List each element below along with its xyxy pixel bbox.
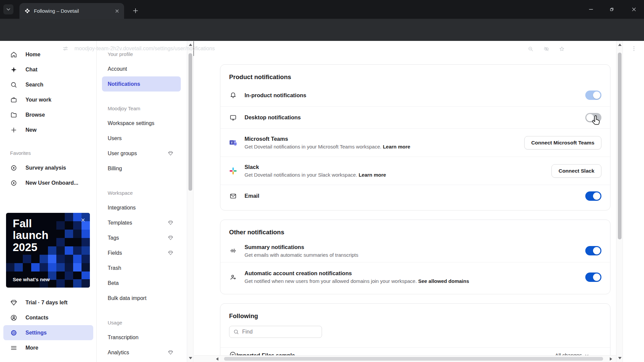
sidebar-item-label: Trial · 7 days left bbox=[25, 300, 67, 306]
sidebar-item-more[interactable]: More bbox=[0, 340, 97, 355]
url-text[interactable]: moodjoy-team-2h2v.dovetail.com/settings/… bbox=[74, 41, 215, 56]
minimize-button[interactable] bbox=[583, 4, 599, 15]
auto-account-creation-toggle[interactable] bbox=[585, 273, 601, 282]
new-tab-icon bbox=[132, 7, 139, 14]
sidebar-item-settings[interactable]: Settings bbox=[3, 325, 93, 340]
nav-item-notifications[interactable]: Notifications bbox=[102, 76, 181, 92]
nav-group-label: Moodjoy Team bbox=[97, 101, 187, 116]
nav-item-templates[interactable]: Templates bbox=[102, 215, 181, 230]
site-settings-button[interactable] bbox=[61, 44, 70, 53]
bell-icon bbox=[229, 92, 237, 99]
user-add-icon bbox=[229, 274, 237, 281]
scroll-down-arrow[interactable] bbox=[618, 357, 622, 359]
followed-project-row[interactable]: Imported Files sample All changes bbox=[220, 348, 610, 355]
sidebar-item-your-work[interactable]: Your work bbox=[0, 92, 96, 107]
row-title: Microsoft Teams bbox=[245, 136, 410, 142]
window-close-button[interactable] bbox=[626, 4, 642, 15]
sidebar-item-label: More bbox=[25, 345, 38, 351]
home-icon bbox=[10, 51, 17, 58]
scrollbar-thumb[interactable] bbox=[189, 53, 192, 191]
nav-item-trash[interactable]: Trash bbox=[102, 260, 181, 276]
all-changes-filter[interactable]: All changes bbox=[555, 351, 589, 355]
product-notifications-card: Product notifications In-product notific… bbox=[220, 64, 610, 210]
nav-item-beta[interactable]: Beta bbox=[102, 276, 181, 291]
sidebar-item-search[interactable]: Search bbox=[0, 77, 96, 92]
gem-icon bbox=[168, 150, 173, 156]
find-icon bbox=[233, 329, 239, 335]
learn-more-link[interactable]: Learn more bbox=[383, 144, 410, 149]
scroll-down-arrow[interactable] bbox=[189, 357, 192, 359]
browser-tab[interactable]: Following – Dovetail bbox=[19, 3, 124, 19]
promo-close-icon bbox=[80, 218, 86, 223]
email-notifications-toggle[interactable] bbox=[585, 191, 601, 201]
connect-microsoft-teams-button[interactable]: Connect Microsoft Teams bbox=[524, 136, 601, 149]
settings-nav-scrollbar[interactable] bbox=[187, 41, 194, 362]
row-title: Desktop notifications bbox=[245, 114, 301, 121]
sidebar-item-label: Settings bbox=[25, 330, 47, 336]
see-allowed-domains-link[interactable]: See allowed domains bbox=[418, 278, 469, 284]
nav-item-users[interactable]: Users bbox=[102, 131, 181, 146]
row-title: Automatic account creation notifications bbox=[245, 270, 469, 277]
restore-button[interactable] bbox=[604, 4, 620, 15]
sidebar-item-trial[interactable]: Trial · 7 days left bbox=[0, 295, 97, 310]
sidebar-item-chat[interactable]: Chat bbox=[0, 62, 96, 77]
search-icon bbox=[10, 81, 17, 88]
scroll-up-arrow[interactable] bbox=[618, 44, 622, 46]
sidebar-favorite-survey-analysis[interactable]: Survey analysis bbox=[0, 160, 96, 175]
learn-more-link[interactable]: Learn more bbox=[359, 172, 386, 178]
tab-list-chevron-button[interactable] bbox=[3, 4, 13, 14]
fall-launch-promo-card[interactable]: Fall launch 2025 See what's new bbox=[6, 213, 90, 288]
row-slack: Slack Get Dovetail notifications in your… bbox=[220, 157, 610, 185]
nav-item-transcription[interactable]: Transcription bbox=[102, 330, 181, 345]
promo-cta-link[interactable]: See what's new bbox=[13, 277, 50, 282]
sidebar-footer: Trial · 7 days left Contacts Settings Mo… bbox=[0, 295, 97, 355]
in-product-notifications-toggle[interactable] bbox=[585, 90, 601, 100]
row-desktop-notifications: Desktop notifications bbox=[220, 106, 610, 128]
promo-close-button[interactable] bbox=[79, 216, 87, 224]
nav-item-analytics[interactable]: Analytics bbox=[102, 345, 181, 360]
scroll-right-arrow[interactable] bbox=[610, 357, 612, 361]
row-auto-account-creation: Automatic account creation notifications… bbox=[220, 262, 610, 292]
nav-item-integrations[interactable]: Integrations bbox=[102, 200, 181, 215]
new-tab-button[interactable] bbox=[130, 5, 141, 16]
summary-notifications-toggle[interactable] bbox=[585, 246, 601, 255]
scrollbar-thumb[interactable] bbox=[224, 357, 603, 361]
zoom-button[interactable] bbox=[526, 44, 535, 54]
nav-item-label: Templates bbox=[108, 220, 132, 226]
menu-kebab-icon bbox=[631, 45, 637, 52]
nav-item-tags[interactable]: Tags bbox=[102, 230, 181, 245]
scrollbar-thumb[interactable] bbox=[618, 53, 622, 239]
row-description: Get Dovetail notifications in your Micro… bbox=[245, 144, 410, 149]
bookmark-button[interactable] bbox=[557, 44, 567, 54]
main-scrollbar[interactable] bbox=[616, 41, 623, 362]
nav-item-bulk-data-import[interactable]: Bulk data import bbox=[102, 291, 181, 306]
new-plus-icon bbox=[10, 126, 17, 134]
nav-item-workspace-settings[interactable]: Workspace settings bbox=[102, 116, 181, 131]
find-field[interactable] bbox=[229, 326, 322, 338]
nav-item-fields[interactable]: Fields bbox=[102, 245, 181, 260]
nav-item-account[interactable]: Account bbox=[102, 61, 181, 76]
promo-title: Fall launch 2025 bbox=[13, 218, 48, 253]
waveform-icon bbox=[229, 247, 237, 254]
sidebar-item-new[interactable]: New bbox=[0, 122, 96, 137]
row-microsoft-teams: T Microsoft Teams Get Dovetail notificat… bbox=[220, 128, 610, 157]
row-summary-notifications: Summary notifications Get emails with au… bbox=[220, 239, 610, 262]
row-title: In-product notifications bbox=[245, 92, 306, 99]
nav-item-user-groups[interactable]: User groups bbox=[102, 146, 181, 161]
contacts-icon bbox=[10, 314, 17, 321]
sidebar-item-contacts[interactable]: Contacts bbox=[0, 310, 97, 325]
row-description: Get emails with automatic summaries of t… bbox=[245, 252, 358, 258]
scroll-left-arrow[interactable] bbox=[216, 357, 218, 361]
password-eye-button[interactable] bbox=[542, 44, 551, 54]
horizontal-scrollbar[interactable] bbox=[194, 355, 616, 362]
tab-close-icon[interactable] bbox=[114, 8, 120, 14]
find-input[interactable] bbox=[242, 329, 318, 335]
browser-menu-button[interactable] bbox=[629, 44, 639, 53]
sidebar-item-browse[interactable]: Browse bbox=[0, 107, 96, 122]
nav-item-label: Bulk data import bbox=[108, 295, 147, 301]
nav-group-label: Usage bbox=[97, 315, 187, 330]
connect-slack-button[interactable]: Connect Slack bbox=[551, 164, 601, 178]
nav-item-billing[interactable]: Billing bbox=[102, 161, 181, 176]
tab-title: Following – Dovetail bbox=[34, 8, 111, 14]
sidebar-favorite-new-user-onboarding[interactable]: New User Onboard... bbox=[0, 175, 96, 190]
